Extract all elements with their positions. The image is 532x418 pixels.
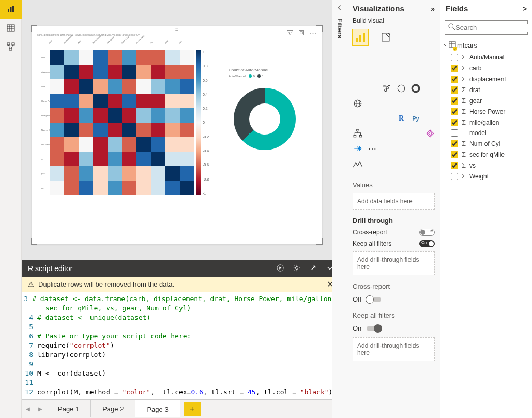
field-item[interactable]: Σdisplacement: [440, 73, 532, 84]
field-checkbox[interactable]: [451, 173, 458, 180]
field-checkbox[interactable]: [451, 76, 458, 83]
viz-type-button[interactable]: [352, 67, 364, 80]
field-item[interactable]: Σsec for qMile: [440, 149, 532, 160]
page-tab[interactable]: Page 2: [91, 400, 135, 417]
drill-through-field-well-2[interactable]: Add drill-through fields here: [353, 337, 435, 361]
popout-icon[interactable]: [310, 264, 317, 273]
field-checkbox[interactable]: [451, 65, 458, 72]
field-item[interactable]: ΣWeight: [440, 171, 532, 182]
focus-mode-icon[interactable]: [298, 29, 305, 37]
viz-type-button[interactable]: [381, 67, 393, 80]
viz-type-button[interactable]: [366, 112, 378, 125]
viz-type-button[interactable]: R: [395, 112, 407, 125]
tabs-prev-icon[interactable]: ◄: [22, 405, 34, 413]
viz-type-button[interactable]: [395, 67, 407, 80]
viz-type-button[interactable]: [395, 97, 407, 110]
viz-type-button[interactable]: [366, 52, 378, 65]
field-checkbox[interactable]: [451, 97, 458, 104]
viz-type-button[interactable]: [381, 82, 393, 95]
collapse-fields-pane-icon[interactable]: >: [523, 5, 527, 13]
field-item[interactable]: ΣAuto/Manual: [440, 52, 532, 63]
field-item[interactable]: Σdrat: [440, 84, 532, 95]
viz-type-button[interactable]: [395, 82, 407, 95]
viz-type-button[interactable]: [424, 112, 436, 125]
viz-type-button[interactable]: [352, 52, 364, 65]
run-script-icon[interactable]: [277, 264, 284, 273]
field-item[interactable]: ΣHorse Power: [440, 106, 532, 117]
viz-type-button[interactable]: [381, 127, 393, 140]
viz-type-button[interactable]: ⋯: [366, 142, 378, 155]
fields-search-box[interactable]: [445, 20, 528, 35]
viz-type-button[interactable]: [409, 82, 422, 95]
more-options-icon[interactable]: ⋯: [310, 29, 316, 37]
viz-type-button[interactable]: [352, 112, 364, 125]
report-canvas[interactable]: ≡ ⋯ carb, displacement, drat, Horse Powe…: [22, 0, 332, 260]
field-checkbox[interactable]: [451, 86, 458, 94]
viz-type-button[interactable]: [424, 67, 436, 80]
expand-filters-icon[interactable]: [336, 4, 343, 13]
selection-handle[interactable]: [316, 238, 323, 245]
viz-type-button[interactable]: [366, 82, 378, 95]
viz-type-button[interactable]: [381, 112, 393, 125]
viz-type-button[interactable]: [409, 52, 422, 65]
r-code-editor[interactable]: 3# dataset <- data.frame(carb, displacem…: [22, 292, 340, 408]
field-item[interactable]: Σmile/gallon: [440, 117, 532, 128]
viz-type-button[interactable]: [352, 97, 364, 110]
viz-type-button[interactable]: [424, 82, 436, 95]
page-tab[interactable]: Page 3: [135, 400, 180, 417]
viz-type-button[interactable]: [366, 127, 378, 140]
analytics-tab[interactable]: [347, 157, 440, 176]
model-view-tab[interactable]: [0, 37, 22, 56]
keep-filters-slider[interactable]: [367, 326, 381, 331]
field-checkbox[interactable]: [451, 162, 458, 169]
field-checkbox[interactable]: [451, 129, 458, 137]
cross-report-slider[interactable]: [367, 297, 381, 302]
viz-type-button[interactable]: [424, 52, 436, 65]
viz-type-button[interactable]: [424, 97, 436, 110]
page-tab[interactable]: Page 1: [47, 400, 91, 417]
field-checkbox[interactable]: [451, 151, 458, 158]
tabs-next-icon[interactable]: ►: [34, 405, 47, 413]
field-checkbox[interactable]: [451, 108, 458, 115]
table-node-mtcars[interactable]: ✓ mtcars: [440, 38, 532, 52]
viz-type-button[interactable]: [381, 97, 393, 110]
viz-type-button[interactable]: [395, 52, 407, 65]
filter-icon[interactable]: [287, 29, 293, 37]
selection-handle[interactable]: [31, 238, 37, 245]
cross-report-toggle[interactable]: Off: [419, 229, 435, 236]
fields-search-input[interactable]: [455, 24, 532, 32]
viz-type-button[interactable]: [366, 67, 378, 80]
selection-handle[interactable]: [31, 25, 37, 32]
donut-chart[interactable]: [234, 88, 296, 150]
field-item[interactable]: model: [440, 128, 532, 138]
viz-type-button[interactable]: [381, 52, 393, 65]
field-item[interactable]: Σgear: [440, 95, 532, 106]
field-item[interactable]: ΣNum of Cyl: [440, 138, 532, 149]
script-options-icon[interactable]: [293, 264, 300, 273]
viz-type-button[interactable]: Py: [409, 112, 422, 125]
viz-type-button[interactable]: [352, 142, 364, 155]
build-visual-tab[interactable]: [353, 29, 368, 45]
values-field-well[interactable]: Add data fields here: [353, 193, 435, 210]
visual-container[interactable]: ≡ ⋯ carb, displacement, drat, Horse Powe…: [32, 26, 322, 244]
data-view-tab[interactable]: [0, 19, 22, 37]
keep-filters-toggle[interactable]: On: [419, 240, 435, 247]
viz-type-button[interactable]: [352, 127, 364, 140]
collapse-viz-pane-icon[interactable]: »: [431, 5, 435, 13]
field-checkbox[interactable]: [451, 119, 458, 126]
drag-handle-icon[interactable]: ≡: [166, 26, 187, 32]
field-checkbox[interactable]: [451, 54, 458, 61]
field-item[interactable]: Σvs: [440, 160, 532, 171]
viz-type-button[interactable]: [352, 82, 364, 95]
viz-type-button[interactable]: [366, 97, 378, 110]
field-checkbox[interactable]: [451, 140, 458, 147]
viz-type-button[interactable]: [424, 127, 436, 140]
viz-type-button[interactable]: [395, 127, 407, 140]
viz-type-button[interactable]: [409, 67, 422, 80]
selection-handle[interactable]: [316, 25, 323, 32]
field-item[interactable]: Σcarb: [440, 63, 532, 73]
drill-through-field-well[interactable]: Add drill-through fields here: [353, 251, 435, 275]
add-page-button[interactable]: +: [184, 402, 201, 416]
report-view-tab[interactable]: [0, 0, 22, 19]
format-visual-tab[interactable]: [378, 29, 394, 45]
